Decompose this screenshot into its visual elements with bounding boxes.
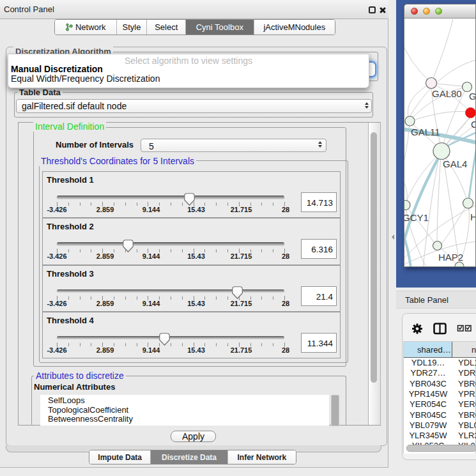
svg-text:GAL80: GAL80 [432,88,462,99]
svg-text:GAL11: GAL11 [411,127,440,137]
svg-text:C: C [471,119,475,130]
svg-text:GA: GA [469,91,475,102]
svg-text:GAL4: GAL4 [443,158,467,169]
svg-text:H: H [470,211,475,222]
svg-text:GCY1: GCY1 [404,212,429,223]
svg-text:HAP2: HAP2 [438,252,463,263]
